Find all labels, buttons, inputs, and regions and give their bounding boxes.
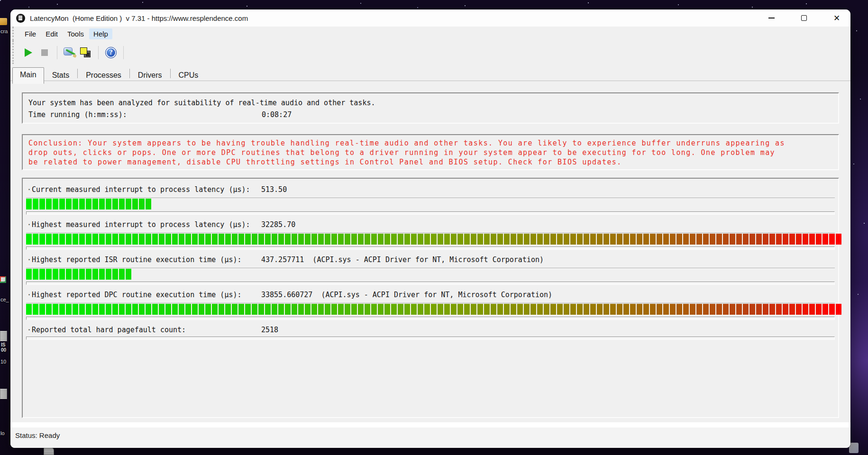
metric-bullet: ·: [27, 185, 32, 194]
latencymon-window: LatencyMon (Home Edition ) v 7.31 - http…: [10, 9, 850, 448]
stop-icon: [41, 49, 48, 56]
stacked-windows-button[interactable]: [78, 45, 94, 60]
tab-strip: MainStatsProcessesDriversCPUs: [10, 64, 850, 84]
menu-tools[interactable]: Tools: [63, 28, 88, 39]
menu-file[interactable]: File: [20, 28, 40, 39]
status-text: Status: Ready: [15, 431, 60, 439]
metric-value: 437.257711 (ACPI.sys - ACPI Driver for N…: [261, 255, 544, 264]
conclusion-panel: Conclusion: Your system appears to be ha…: [22, 134, 839, 170]
tab-cpus[interactable]: CPUs: [171, 68, 207, 83]
toolbar-separator: [98, 46, 99, 59]
metric-row: · Highest measured interrupt to process …: [26, 220, 835, 250]
metric-label: Current measured interrupt to process la…: [32, 185, 261, 194]
status-separator: [10, 422, 850, 428]
title-bar[interactable]: LatencyMon (Home Edition ) v 7.31 - http…: [10, 9, 850, 27]
menu-edit[interactable]: Edit: [41, 28, 62, 39]
metric-row: · Highest reported DPC routine execution…: [26, 290, 835, 320]
app-icon: [16, 14, 25, 23]
metric-value: 33855.660727 (ACPI.sys - ACPI Driver for…: [261, 291, 552, 299]
time-running-label: Time running (h:mm:ss):: [28, 110, 262, 119]
metric-label: Highest measured interrupt to process la…: [32, 220, 261, 229]
desktop-stars: [0, 0, 1, 1]
resize-grip[interactable]: [849, 443, 859, 453]
desktop-page-icon[interactable]: [44, 447, 54, 455]
toolbar: ?: [12, 41, 850, 64]
conclusion-line: Conclusion: Your system appears to be ha…: [28, 138, 832, 148]
report-tool-button[interactable]: [62, 45, 78, 60]
minimize-button[interactable]: [766, 13, 777, 23]
toolbar-separator: [57, 46, 57, 59]
conclusion-line: be related to power management, disable …: [28, 157, 832, 167]
metric-row: · Reported total hard pagefault count: 2…: [26, 325, 835, 340]
desktop-document-icon[interactable]: [0, 331, 7, 341]
window-title: LatencyMon (Home Edition ) v 7.31 - http…: [30, 14, 248, 22]
maximize-button[interactable]: [799, 13, 809, 23]
stop-monitor-button[interactable]: [37, 45, 53, 60]
metric-row: · Current measured interrupt to process …: [26, 185, 835, 215]
tab-stats[interactable]: Stats: [44, 68, 77, 83]
analysis-summary: Your system has been analyzed for suitab…: [28, 97, 832, 109]
metric-bullet: ·: [27, 326, 32, 334]
metric-value: 513.50: [261, 185, 287, 194]
latency-bar: [26, 233, 835, 245]
help-button[interactable]: ?: [103, 45, 119, 60]
bar-groove: [26, 282, 835, 285]
tab-processes[interactable]: Processes: [78, 68, 129, 83]
latency-bar: [26, 198, 835, 209]
start-monitor-button[interactable]: [20, 45, 37, 60]
metric-value: 2518: [261, 326, 278, 334]
metric-bullet: ·: [27, 291, 32, 299]
metric-bullet: ·: [27, 255, 32, 264]
metric-label: Highest reported ISR routine execution t…: [32, 255, 261, 264]
help-icon: ?: [105, 47, 117, 58]
bar-groove: [26, 211, 835, 215]
desktop-icon-label[interactable]: cra: [0, 28, 8, 34]
close-button[interactable]: ✕: [831, 13, 842, 23]
tab-main[interactable]: Main: [12, 67, 44, 84]
close-icon: ✕: [833, 14, 840, 22]
desktop-icon-label[interactable]: ce_: [0, 297, 9, 302]
tab-drivers[interactable]: Drivers: [130, 68, 170, 83]
metric-bullet: ·: [27, 220, 32, 229]
metric-label: Highest reported DPC routine execution t…: [32, 291, 261, 299]
report-tool-icon: [64, 47, 76, 58]
minimize-icon: [768, 18, 775, 18]
desktop-icon-label[interactable]: 10: [0, 359, 6, 364]
play-icon: [25, 48, 32, 57]
latency-bar: [26, 268, 835, 280]
time-running-value: 0:08:27: [262, 110, 292, 119]
desktop-icon-label[interactable]: 00: [1, 347, 6, 353]
desktop-folder-icon[interactable]: [0, 18, 7, 25]
bar-groove: [26, 246, 835, 250]
menu-help[interactable]: Help: [89, 28, 112, 39]
bar-groove: [26, 317, 835, 320]
analysis-panel: Your system has been analyzed for suitab…: [22, 92, 839, 124]
desktop-document-icon[interactable]: [0, 389, 7, 399]
conclusion-line: drop outs, clicks or pops. One or more D…: [28, 148, 832, 157]
maximize-icon: [801, 15, 807, 21]
metric-value: 32285.70: [261, 220, 295, 229]
toolbar-separator: [123, 46, 124, 59]
status-bar: Status: Ready: [10, 428, 850, 448]
menu-bar: File Edit Tools Help: [12, 27, 850, 41]
metric-label: Reported total hard pagefault count:: [32, 326, 261, 334]
desktop-app-icon[interactable]: [0, 276, 6, 283]
bar-groove: [26, 337, 835, 340]
stacked-windows-icon: [80, 46, 92, 59]
desktop-icon-label[interactable]: lo: [0, 430, 5, 436]
latency-bar: [26, 303, 835, 315]
metrics-panel: · Current measured interrupt to process …: [22, 178, 839, 418]
desktop-icon-label[interactable]: IS: [1, 342, 5, 347]
metric-row: · Highest reported ISR routine execution…: [26, 255, 835, 285]
desktop: cra ce_ IS 00 10 lo LatencyMon (Home Edi…: [0, 0, 868, 455]
